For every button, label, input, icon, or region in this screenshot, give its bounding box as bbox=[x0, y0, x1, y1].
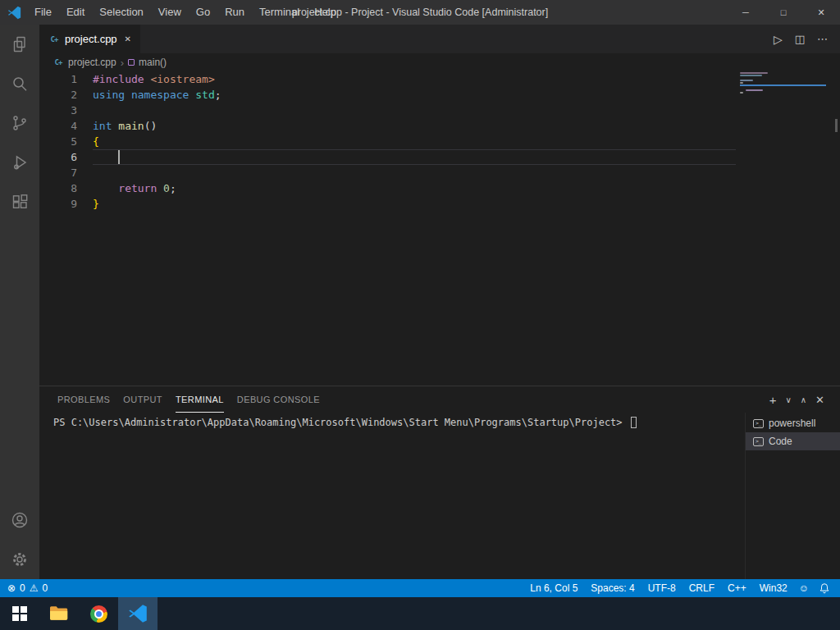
run-button[interactable]: ▷ bbox=[774, 33, 783, 46]
breadcrumb-file[interactable]: project.cpp bbox=[68, 57, 116, 68]
code-line-2[interactable]: 2using namespace std; bbox=[39, 87, 840, 103]
tab-project-cpp[interactable]: C+ project.cpp ✕ bbox=[39, 25, 140, 53]
menu-edit[interactable]: Edit bbox=[59, 0, 92, 25]
line-number: 3 bbox=[39, 103, 77, 118]
menu-selection[interactable]: Selection bbox=[92, 0, 150, 25]
terminal-dropdown-icon[interactable]: ∨ bbox=[785, 395, 791, 404]
code-line-5[interactable]: 5{ bbox=[39, 134, 840, 149]
minimap[interactable] bbox=[740, 72, 829, 94]
chevron-right-icon: › bbox=[121, 57, 124, 69]
minimap-current-line bbox=[740, 84, 826, 86]
source-control-icon[interactable] bbox=[0, 103, 39, 143]
feedback-icon[interactable]: ☺ bbox=[794, 582, 814, 594]
panel-tab-debug-console[interactable]: DEBUG CONSOLE bbox=[237, 386, 320, 413]
workbench: C+ project.cpp ✕ ▷ ◫ ⋯ C+ project.cpp › … bbox=[0, 25, 840, 579]
windows-taskbar bbox=[0, 597, 840, 630]
code-line-7[interactable]: 7 bbox=[39, 165, 840, 180]
minimize-button[interactable]: ─ bbox=[727, 0, 765, 25]
status-win32[interactable]: Win32 bbox=[753, 582, 794, 594]
code-line-4[interactable]: 4int main() bbox=[39, 118, 840, 134]
activity-bar bbox=[0, 25, 39, 579]
status-c-[interactable]: C++ bbox=[721, 582, 753, 594]
vscode-window: FileEditSelectionViewGoRunTerminalHelp p… bbox=[0, 0, 840, 630]
terminal-list-item-powershell[interactable]: >_powershell bbox=[746, 414, 840, 432]
tab-bar: C+ project.cpp ✕ ▷ ◫ ⋯ bbox=[39, 25, 840, 53]
line-content: return 0; bbox=[77, 180, 176, 196]
panel-tab-problems[interactable]: PROBLEMS bbox=[57, 386, 110, 413]
vscode-taskbar-button[interactable] bbox=[118, 597, 158, 630]
code-line-3[interactable]: 3 bbox=[39, 103, 840, 118]
panel-close-icon[interactable]: ✕ bbox=[815, 394, 824, 406]
terminal-icon: >_ bbox=[753, 437, 764, 446]
window-controls: ─ □ ✕ bbox=[727, 0, 840, 25]
breadcrumb-symbol[interactable]: main() bbox=[139, 57, 167, 68]
accounts-icon[interactable] bbox=[0, 500, 39, 540]
panel-header: PROBLEMSOUTPUTTERMINALDEBUG CONSOLE + ∨ … bbox=[39, 386, 840, 413]
status-right: Ln 6, Col 5Spaces: 4UTF-8CRLFC++Win32 ☺ bbox=[523, 582, 840, 594]
code-line-1[interactable]: 1#include <iostream> bbox=[39, 71, 840, 87]
close-icon: ✕ bbox=[817, 7, 824, 18]
start-button[interactable] bbox=[0, 597, 39, 630]
tab-label: project.cpp bbox=[65, 33, 117, 45]
minimap-line bbox=[740, 80, 753, 81]
line-content: } bbox=[77, 196, 99, 212]
chrome-button[interactable] bbox=[79, 597, 118, 630]
menu-run[interactable]: Run bbox=[217, 0, 252, 25]
close-button[interactable]: ✕ bbox=[802, 0, 840, 25]
line-number: 5 bbox=[39, 134, 77, 149]
menu-view[interactable]: View bbox=[151, 0, 189, 25]
minimap-line bbox=[746, 89, 763, 91]
status-utf-8[interactable]: UTF-8 bbox=[641, 582, 682, 594]
error-count: 0 bbox=[20, 582, 25, 594]
status-ln-6-col-5[interactable]: Ln 6, Col 5 bbox=[523, 582, 584, 594]
chrome-icon bbox=[90, 605, 107, 623]
vscode-logo-icon bbox=[7, 6, 21, 20]
line-number: 6 bbox=[39, 149, 77, 165]
minimize-icon: ─ bbox=[742, 7, 749, 17]
notifications-bell-icon[interactable] bbox=[814, 582, 835, 594]
folder-icon bbox=[49, 605, 69, 622]
cpp-file-icon: C+ bbox=[48, 35, 60, 43]
split-editor-icon[interactable]: ◫ bbox=[795, 33, 805, 45]
minimap-line bbox=[740, 72, 768, 74]
editor-scrollbar[interactable] bbox=[835, 119, 838, 132]
tab-close-icon[interactable]: ✕ bbox=[122, 33, 134, 45]
line-number: 9 bbox=[39, 196, 77, 212]
code-line-6[interactable]: 6 bbox=[39, 149, 840, 165]
status-right-items: Ln 6, Col 5Spaces: 4UTF-8CRLFC++Win32 bbox=[523, 582, 793, 594]
run-and-debug-icon[interactable] bbox=[0, 143, 39, 182]
menu-go[interactable]: Go bbox=[189, 0, 217, 25]
code-line-8[interactable]: 8 return 0; bbox=[39, 180, 840, 196]
panel-tab-terminal[interactable]: TERMINAL bbox=[176, 386, 224, 413]
warning-count: 0 bbox=[43, 582, 48, 594]
settings-gear-icon[interactable] bbox=[0, 540, 39, 579]
status-spaces-4[interactable]: Spaces: 4 bbox=[584, 582, 641, 594]
problems-status[interactable]: ⊗ 0 ⚠ 0 bbox=[0, 582, 48, 594]
file-explorer-button[interactable] bbox=[39, 597, 79, 630]
terminal-list-item-code[interactable]: >_Code bbox=[746, 432, 840, 450]
more-actions-icon[interactable]: ⋯ bbox=[817, 33, 828, 45]
extensions-icon[interactable] bbox=[0, 182, 39, 221]
code-line-9[interactable]: 9} bbox=[39, 196, 840, 212]
panel-tab-output[interactable]: OUTPUT bbox=[123, 386, 162, 413]
panel-maximize-icon[interactable]: ∧ bbox=[801, 395, 806, 404]
windows-logo-icon bbox=[12, 606, 27, 621]
menu-file[interactable]: File bbox=[27, 0, 59, 25]
explorer-icon[interactable] bbox=[0, 25, 39, 64]
maximize-button[interactable]: □ bbox=[765, 0, 802, 25]
terminal[interactable]: PS C:\Users\Administrator\AppData\Roamin… bbox=[39, 413, 745, 579]
terminal-list: >_powershell>_Code bbox=[745, 413, 840, 579]
panel-body: PS C:\Users\Administrator\AppData\Roamin… bbox=[39, 413, 840, 579]
window-title: project.cpp - Project - Visual Studio Co… bbox=[292, 7, 548, 18]
line-content: { bbox=[77, 134, 99, 149]
search-icon[interactable] bbox=[0, 64, 39, 103]
terminal-icon: >_ bbox=[753, 419, 764, 428]
terminal-line: PS C:\Users\Administrator\AppData\Roamin… bbox=[53, 417, 745, 428]
line-number: 4 bbox=[39, 118, 77, 134]
terminal-cursor bbox=[631, 417, 637, 428]
editor[interactable]: 1#include <iostream>2using namespace std… bbox=[39, 71, 840, 386]
panel: PROBLEMSOUTPUTTERMINALDEBUG CONSOLE + ∨ … bbox=[39, 386, 840, 579]
status-crlf[interactable]: CRLF bbox=[682, 582, 721, 594]
new-terminal-icon[interactable]: + bbox=[769, 393, 777, 407]
line-number: 7 bbox=[39, 165, 77, 180]
